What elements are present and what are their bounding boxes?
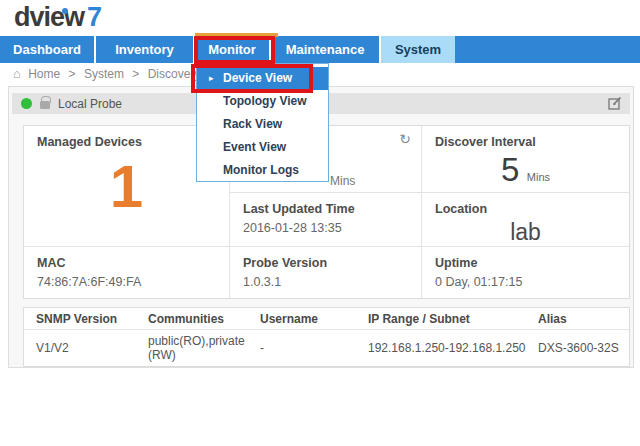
breadcrumb-home[interactable]: Home	[28, 67, 60, 81]
logo-name: dview	[14, 2, 84, 32]
menu-item-event-view[interactable]: Event View	[197, 136, 328, 159]
uptime-label: Uptime	[435, 256, 616, 270]
menu-item-label: Monitor Logs	[223, 163, 299, 177]
cell-alias: DXS-3600-32S	[538, 337, 629, 359]
mac-label: MAC	[37, 256, 216, 270]
breadcrumb-separator: >	[132, 67, 139, 81]
last-updated-label: Last Updated Time	[243, 202, 408, 216]
discover-interval-unit: Mins	[527, 171, 550, 183]
main-nav: Dashboard Inventory Monitor Maintenance …	[0, 36, 640, 63]
discover-interval-value-row: 5 Mins	[435, 151, 616, 189]
menu-item-device-view[interactable]: ▸ Device View	[197, 67, 328, 90]
mac-value: 74:86:7A:6F:49:FA	[37, 275, 216, 289]
probe-version-panel: Probe Version 1.0.3.1	[229, 246, 421, 298]
tab-dashboard[interactable]: Dashboard	[0, 36, 96, 63]
refresh-icon[interactable]: ↻	[399, 131, 411, 147]
location-panel: Location lab	[421, 192, 629, 246]
menu-item-label: Topology View	[223, 94, 307, 108]
probe-version-value: 1.0.3.1	[243, 275, 408, 289]
logo-version: 7	[87, 2, 101, 32]
lock-icon	[40, 101, 50, 109]
col-snmp-version: SNMP Version	[36, 312, 148, 326]
menu-selected-arrow-icon: ▸	[209, 67, 214, 90]
menu-item-rack-view[interactable]: Rack View	[197, 113, 328, 136]
breadcrumb-discovery[interactable]: Discovery	[148, 67, 201, 81]
menu-item-label: Rack View	[223, 117, 282, 131]
mac-panel: MAC 74:86:7A:6F:49:FA	[24, 246, 229, 298]
home-icon: ⌂	[13, 66, 21, 81]
monitor-dropdown-menu: ▸ Device View Topology View Rack View Ev…	[196, 63, 329, 182]
uptime-value: 0 Day, 01:17:15	[435, 275, 616, 289]
next-discover-unit: Mins	[330, 174, 355, 188]
col-ip-range: IP Range / Subnet	[368, 312, 538, 326]
menu-item-label: Event View	[223, 140, 286, 154]
last-updated-panel: Last Updated Time 2016-01-28 13:35	[229, 192, 421, 246]
menu-item-label: Device View	[223, 71, 292, 85]
snmp-table: SNMP Version Communities Username IP Ran…	[23, 307, 630, 367]
tab-maintenance[interactable]: Maintenance	[271, 36, 381, 63]
table-row[interactable]: V1/V2 public(RO),private(RW) - 192.168.1…	[24, 330, 629, 366]
tab-system[interactable]: System	[381, 36, 455, 63]
discover-interval-panel: Discover Interval 5 Mins	[421, 126, 629, 192]
uptime-panel: Uptime 0 Day, 01:17:15	[421, 246, 629, 298]
probe-title: Local Probe	[58, 97, 122, 111]
breadcrumb: ⌂ Home > System > Discovery	[13, 66, 200, 81]
cell-ip-range: 192.168.1.250-192.168.1.250	[368, 337, 538, 359]
col-alias: Alias	[538, 312, 629, 326]
annotation-orange-line	[195, 33, 278, 37]
tab-inventory[interactable]: Inventory	[96, 36, 195, 63]
logo-i-dot	[62, 8, 68, 14]
breadcrumb-system[interactable]: System	[84, 67, 124, 81]
managed-devices-label: Managed Devices	[37, 135, 216, 149]
menu-item-topology-view[interactable]: Topology View	[197, 90, 328, 113]
snmp-table-header: SNMP Version Communities Username IP Ran…	[24, 308, 629, 330]
col-username: Username	[260, 312, 368, 326]
dview7-app-window: dview7 Dashboard Inventory Monitor Maint…	[0, 0, 640, 446]
col-communities: Communities	[148, 312, 260, 326]
probe-version-label: Probe Version	[243, 256, 408, 270]
probe-status-dot	[21, 98, 32, 109]
discover-interval-label: Discover Interval	[435, 135, 616, 149]
cell-communities: public(RO),private(RW)	[148, 330, 256, 366]
menu-item-monitor-logs[interactable]: Monitor Logs	[197, 159, 328, 182]
discover-interval-value: 5	[501, 151, 519, 188]
location-value: lab	[435, 219, 616, 246]
cell-snmp-version: V1/V2	[36, 337, 148, 359]
tab-monitor[interactable]: Monitor	[195, 36, 271, 63]
app-header: dview7	[0, 0, 640, 36]
dview7-logo: dview7	[14, 2, 101, 33]
edit-icon[interactable]	[608, 96, 622, 114]
location-label: Location	[435, 202, 616, 216]
last-updated-value: 2016-01-28 13:35	[243, 221, 408, 235]
breadcrumb-separator: >	[69, 67, 76, 81]
managed-devices-value: 1	[37, 157, 216, 217]
cell-username: -	[260, 337, 368, 359]
